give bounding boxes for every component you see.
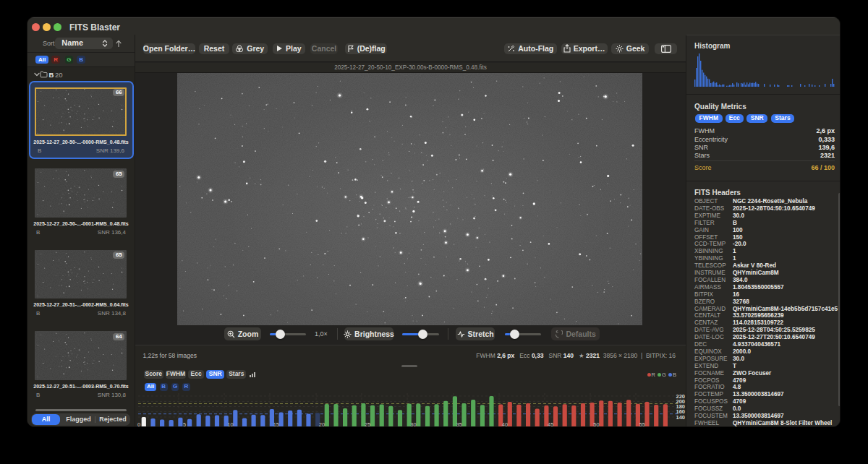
- svg-text:40: 40: [502, 421, 508, 428]
- svg-text:5: 5: [183, 421, 186, 428]
- svg-text:20: 20: [319, 421, 325, 428]
- svg-text:55: 55: [639, 421, 645, 428]
- svg-text:10: 10: [227, 421, 233, 428]
- svg-text:0: 0: [137, 421, 140, 428]
- svg-text:140: 140: [676, 414, 685, 421]
- svg-text:15: 15: [273, 421, 279, 428]
- svg-text:30: 30: [410, 421, 416, 428]
- svg-text:35: 35: [456, 421, 462, 428]
- svg-text:25: 25: [365, 421, 370, 428]
- svg-text:50: 50: [593, 421, 599, 428]
- svg-text:45: 45: [548, 421, 553, 428]
